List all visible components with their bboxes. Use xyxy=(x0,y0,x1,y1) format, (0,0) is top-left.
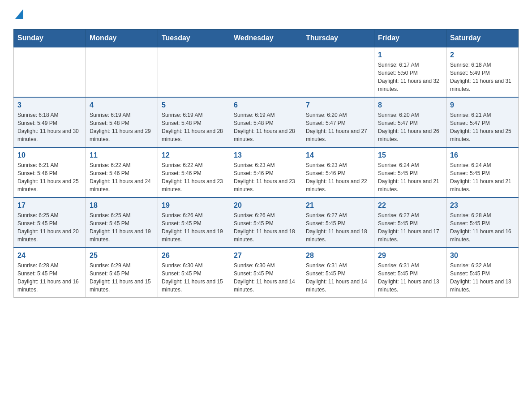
day-number: 26 xyxy=(162,252,226,260)
calendar-cell: 7Sunrise: 6:20 AM Sunset: 5:47 PM Daylig… xyxy=(302,97,374,147)
calendar-cell: 24Sunrise: 6:28 AM Sunset: 5:45 PM Dayli… xyxy=(14,248,86,298)
day-info: Sunrise: 6:23 AM Sunset: 5:46 PM Dayligh… xyxy=(234,161,298,193)
calendar-cell xyxy=(302,47,374,97)
day-info: Sunrise: 6:20 AM Sunset: 5:47 PM Dayligh… xyxy=(306,111,370,143)
calendar-cell: 2Sunrise: 6:18 AM Sunset: 5:49 PM Daylig… xyxy=(446,47,519,97)
day-info: Sunrise: 6:27 AM Sunset: 5:45 PM Dayligh… xyxy=(378,211,442,244)
day-number: 24 xyxy=(17,252,82,260)
day-number: 1 xyxy=(378,51,442,59)
day-info: Sunrise: 6:28 AM Sunset: 5:45 PM Dayligh… xyxy=(17,261,82,294)
day-number: 13 xyxy=(234,151,298,159)
calendar-table: SundayMondayTuesdayWednesdayThursdayFrid… xyxy=(13,29,519,298)
day-info: Sunrise: 6:29 AM Sunset: 5:45 PM Dayligh… xyxy=(90,261,154,294)
day-number: 12 xyxy=(162,151,226,159)
calendar-body: 1Sunrise: 6:17 AM Sunset: 5:50 PM Daylig… xyxy=(14,47,519,298)
day-number: 21 xyxy=(306,201,370,210)
day-number: 3 xyxy=(17,101,82,109)
calendar-cell: 18Sunrise: 6:25 AM Sunset: 5:45 PM Dayli… xyxy=(86,197,158,248)
day-number: 16 xyxy=(450,151,515,159)
day-number: 4 xyxy=(90,101,154,109)
day-info: Sunrise: 6:22 AM Sunset: 5:46 PM Dayligh… xyxy=(162,161,226,193)
day-info: Sunrise: 6:22 AM Sunset: 5:46 PM Dayligh… xyxy=(90,161,154,193)
day-info: Sunrise: 6:25 AM Sunset: 5:45 PM Dayligh… xyxy=(17,211,82,244)
day-info: Sunrise: 6:24 AM Sunset: 5:45 PM Dayligh… xyxy=(378,161,442,193)
weekday-header-sunday: Sunday xyxy=(14,30,86,47)
calendar-cell: 28Sunrise: 6:31 AM Sunset: 5:45 PM Dayli… xyxy=(302,248,374,298)
day-number: 8 xyxy=(378,101,442,109)
calendar-cell: 15Sunrise: 6:24 AM Sunset: 5:45 PM Dayli… xyxy=(374,147,446,197)
day-number: 9 xyxy=(450,101,515,109)
day-info: Sunrise: 6:31 AM Sunset: 5:45 PM Dayligh… xyxy=(378,261,442,294)
day-info: Sunrise: 6:27 AM Sunset: 5:45 PM Dayligh… xyxy=(306,211,370,244)
calendar-cell: 22Sunrise: 6:27 AM Sunset: 5:45 PM Dayli… xyxy=(374,197,446,248)
day-number: 7 xyxy=(306,101,370,109)
calendar-cell: 4Sunrise: 6:19 AM Sunset: 5:48 PM Daylig… xyxy=(86,97,158,147)
day-info: Sunrise: 6:28 AM Sunset: 5:45 PM Dayligh… xyxy=(450,211,515,244)
week-row-4: 17Sunrise: 6:25 AM Sunset: 5:45 PM Dayli… xyxy=(14,197,519,248)
calendar-cell: 12Sunrise: 6:22 AM Sunset: 5:46 PM Dayli… xyxy=(158,147,230,197)
calendar-cell: 14Sunrise: 6:23 AM Sunset: 5:46 PM Dayli… xyxy=(302,147,374,197)
calendar-cell: 21Sunrise: 6:27 AM Sunset: 5:45 PM Dayli… xyxy=(302,197,374,248)
day-number: 6 xyxy=(234,101,298,109)
day-info: Sunrise: 6:26 AM Sunset: 5:45 PM Dayligh… xyxy=(234,211,298,244)
day-info: Sunrise: 6:18 AM Sunset: 5:49 PM Dayligh… xyxy=(450,61,515,93)
svg-marker-0 xyxy=(15,9,23,19)
day-info: Sunrise: 6:32 AM Sunset: 5:45 PM Dayligh… xyxy=(450,261,515,294)
calendar-cell: 11Sunrise: 6:22 AM Sunset: 5:46 PM Dayli… xyxy=(86,147,158,197)
day-number: 14 xyxy=(306,151,370,159)
day-number: 2 xyxy=(450,51,515,59)
day-info: Sunrise: 6:26 AM Sunset: 5:45 PM Dayligh… xyxy=(162,211,226,244)
calendar-cell: 19Sunrise: 6:26 AM Sunset: 5:45 PM Dayli… xyxy=(158,197,230,248)
calendar-cell: 27Sunrise: 6:30 AM Sunset: 5:45 PM Dayli… xyxy=(230,248,302,298)
calendar-cell xyxy=(86,47,158,97)
day-info: Sunrise: 6:25 AM Sunset: 5:45 PM Dayligh… xyxy=(90,211,154,244)
calendar-cell: 26Sunrise: 6:30 AM Sunset: 5:45 PM Dayli… xyxy=(158,248,230,298)
calendar-cell xyxy=(158,47,230,97)
calendar-cell: 13Sunrise: 6:23 AM Sunset: 5:46 PM Dayli… xyxy=(230,147,302,197)
day-info: Sunrise: 6:20 AM Sunset: 5:47 PM Dayligh… xyxy=(378,111,442,143)
day-number: 28 xyxy=(306,252,370,260)
day-number: 19 xyxy=(162,201,226,210)
day-info: Sunrise: 6:17 AM Sunset: 5:50 PM Dayligh… xyxy=(378,61,442,93)
day-number: 30 xyxy=(450,252,515,260)
calendar-cell: 16Sunrise: 6:24 AM Sunset: 5:45 PM Dayli… xyxy=(446,147,519,197)
calendar-cell: 5Sunrise: 6:19 AM Sunset: 5:48 PM Daylig… xyxy=(158,97,230,147)
day-info: Sunrise: 6:30 AM Sunset: 5:45 PM Dayligh… xyxy=(234,261,298,294)
day-number: 10 xyxy=(17,151,82,159)
day-info: Sunrise: 6:24 AM Sunset: 5:45 PM Dayligh… xyxy=(450,161,515,193)
calendar-cell: 8Sunrise: 6:20 AM Sunset: 5:47 PM Daylig… xyxy=(374,97,446,147)
day-info: Sunrise: 6:30 AM Sunset: 5:45 PM Dayligh… xyxy=(162,261,226,294)
logo-triangle-icon xyxy=(15,9,23,19)
calendar-cell: 9Sunrise: 6:21 AM Sunset: 5:47 PM Daylig… xyxy=(446,97,519,147)
week-row-1: 1Sunrise: 6:17 AM Sunset: 5:50 PM Daylig… xyxy=(14,47,519,97)
day-info: Sunrise: 6:23 AM Sunset: 5:46 PM Dayligh… xyxy=(306,161,370,193)
page-header xyxy=(13,9,519,20)
day-number: 22 xyxy=(378,201,442,210)
day-number: 29 xyxy=(378,252,442,260)
day-number: 25 xyxy=(90,252,154,260)
day-info: Sunrise: 6:31 AM Sunset: 5:45 PM Dayligh… xyxy=(306,261,370,294)
logo xyxy=(13,9,23,20)
day-number: 20 xyxy=(234,201,298,210)
weekday-header-thursday: Thursday xyxy=(302,30,374,47)
weekday-header-row: SundayMondayTuesdayWednesdayThursdayFrid… xyxy=(14,30,519,47)
day-number: 11 xyxy=(90,151,154,159)
calendar-header: SundayMondayTuesdayWednesdayThursdayFrid… xyxy=(14,30,519,47)
week-row-2: 3Sunrise: 6:18 AM Sunset: 5:49 PM Daylig… xyxy=(14,97,519,147)
calendar-cell: 29Sunrise: 6:31 AM Sunset: 5:45 PM Dayli… xyxy=(374,248,446,298)
day-info: Sunrise: 6:21 AM Sunset: 5:46 PM Dayligh… xyxy=(17,161,82,193)
weekday-header-wednesday: Wednesday xyxy=(230,30,302,47)
week-row-5: 24Sunrise: 6:28 AM Sunset: 5:45 PM Dayli… xyxy=(14,248,519,298)
calendar-cell: 3Sunrise: 6:18 AM Sunset: 5:49 PM Daylig… xyxy=(14,97,86,147)
day-info: Sunrise: 6:19 AM Sunset: 5:48 PM Dayligh… xyxy=(162,111,226,143)
calendar-cell: 30Sunrise: 6:32 AM Sunset: 5:45 PM Dayli… xyxy=(446,248,519,298)
day-info: Sunrise: 6:19 AM Sunset: 5:48 PM Dayligh… xyxy=(234,111,298,143)
calendar-cell: 6Sunrise: 6:19 AM Sunset: 5:48 PM Daylig… xyxy=(230,97,302,147)
weekday-header-monday: Monday xyxy=(86,30,158,47)
calendar-cell: 17Sunrise: 6:25 AM Sunset: 5:45 PM Dayli… xyxy=(14,197,86,248)
calendar-cell: 23Sunrise: 6:28 AM Sunset: 5:45 PM Dayli… xyxy=(446,197,519,248)
calendar-cell: 25Sunrise: 6:29 AM Sunset: 5:45 PM Dayli… xyxy=(86,248,158,298)
calendar-cell: 10Sunrise: 6:21 AM Sunset: 5:46 PM Dayli… xyxy=(14,147,86,197)
day-number: 15 xyxy=(378,151,442,159)
calendar-cell xyxy=(230,47,302,97)
